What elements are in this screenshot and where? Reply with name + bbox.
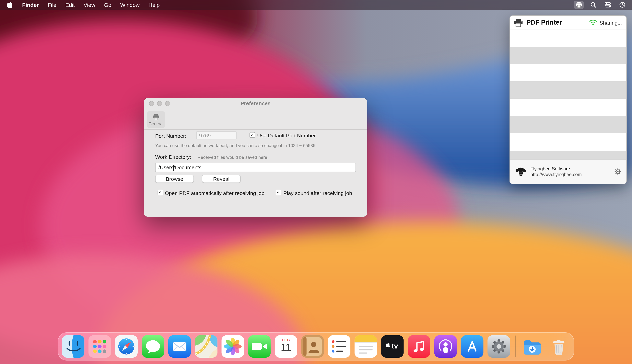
use-default-port-checkbox[interactable] (250, 132, 255, 138)
messages-icon (142, 335, 164, 358)
dock-item-apple-tv[interactable]: tv (381, 335, 404, 358)
gear-icon (614, 168, 621, 175)
menu-finder[interactable]: Finder (18, 0, 43, 10)
sharing-status-label: Sharing... (599, 20, 622, 26)
dock-item-finder[interactable] (62, 335, 85, 358)
dock-item-maps[interactable] (195, 335, 218, 358)
mail-icon (168, 335, 191, 358)
company-name: Flyingbee Software (530, 166, 582, 172)
menu-edit[interactable]: Edit (61, 0, 79, 10)
dock-item-downloads[interactable] (521, 335, 543, 358)
reminders-icon (328, 335, 350, 358)
maps-icon (195, 335, 218, 358)
reveal-button[interactable]: Reveal (202, 175, 241, 183)
preferences-window: Preferences General Port Number: Use Def… (144, 98, 367, 217)
calendar-month-label: FEB (275, 335, 297, 342)
tab-general[interactable]: General (147, 111, 165, 128)
photos-icon (221, 335, 244, 358)
contacts-icon (301, 335, 324, 358)
pdf-printer-popover: PDF Printer Sharing... (509, 15, 627, 184)
menu-view[interactable]: View (79, 0, 100, 10)
printer-icon (513, 18, 523, 27)
menu-go[interactable]: Go (100, 0, 116, 10)
dock-item-mail[interactable] (168, 335, 191, 358)
control-center-menu-extra[interactable] (603, 1, 612, 9)
text-caret (173, 165, 174, 171)
popover-header: PDF Printer Sharing... (510, 16, 626, 30)
dock-item-safari[interactable] (115, 335, 138, 358)
work-directory-label: Work Directory: (155, 154, 191, 160)
downloads-folder-icon (521, 335, 543, 358)
notes-icon (355, 335, 377, 358)
settings-gear-button[interactable] (614, 168, 621, 175)
dock: FEB 11 (58, 332, 574, 360)
spotlight-menu-extra[interactable] (588, 1, 598, 9)
apple-icon (7, 2, 13, 8)
dock-item-system-preferences[interactable] (487, 335, 510, 358)
clock-menu-extra[interactable] (617, 1, 627, 9)
work-directory-input[interactable]: /Users/Documents (155, 163, 356, 172)
browse-button[interactable]: Browse (155, 175, 194, 183)
safari-icon (115, 335, 138, 358)
menu-help[interactable]: Help (144, 0, 164, 10)
preferences-content: Port Number: Use Default Port Number You… (144, 130, 367, 216)
calendar-day-label: 11 (275, 342, 297, 352)
music-icon (408, 335, 430, 358)
dock-item-photos[interactable] (221, 335, 244, 358)
printer-status-icon (575, 2, 582, 8)
dock-item-trash[interactable] (548, 335, 570, 358)
desktop: Finder File Edit View Go Window Help (0, 0, 632, 364)
clock-icon (619, 2, 625, 8)
trash-icon (548, 335, 570, 358)
dock-item-launchpad[interactable] (89, 335, 111, 358)
popover-title: PDF Printer (526, 19, 562, 26)
window-title: Preferences (144, 98, 367, 109)
use-default-port-label: Use Default Port Number (257, 132, 316, 138)
window-titlebar: Preferences (144, 98, 367, 109)
dock-item-podcasts[interactable] (434, 335, 457, 358)
work-directory-value: /Users/Documents (159, 164, 202, 170)
port-number-label: Port Number: (155, 133, 186, 139)
facetime-icon (248, 335, 271, 358)
open-pdf-label: Open PDF automatically after receiving j… (165, 190, 265, 196)
system-preferences-icon (487, 335, 510, 358)
general-tab-label: General (149, 121, 164, 126)
play-sound-checkbox[interactable] (276, 190, 281, 195)
dock-item-app-store[interactable] (461, 335, 483, 358)
control-center-icon (605, 2, 611, 8)
window-toolbar: General (144, 109, 367, 130)
open-pdf-checkbox[interactable] (158, 190, 163, 195)
print-job-list[interactable] (510, 30, 626, 159)
apple-menu[interactable] (0, 0, 18, 10)
dock-item-contacts[interactable] (301, 335, 324, 358)
menu-window[interactable]: Window (116, 0, 144, 10)
popover-footer: Flyingbee Software http://www.flyingbee.… (510, 159, 626, 184)
dock-item-notes[interactable] (355, 335, 377, 358)
menu-bar: Finder File Edit View Go Window Help (0, 0, 632, 10)
dock-item-music[interactable] (408, 335, 430, 358)
menu-file[interactable]: File (43, 0, 61, 10)
general-tab-icon (152, 114, 160, 120)
app-store-icon (461, 335, 483, 358)
port-help-text: You can use the default network port, an… (155, 143, 317, 148)
dock-separator (515, 336, 516, 357)
tv-logo-label: tv (391, 342, 398, 350)
sharing-wifi-icon (589, 18, 597, 27)
company-url[interactable]: http://www.flyingbee.com (530, 172, 582, 177)
flyingbee-logo-icon (515, 166, 527, 177)
port-number-field[interactable] (196, 131, 237, 139)
search-icon (590, 2, 596, 8)
podcasts-icon (434, 335, 457, 358)
play-sound-label: Play sound after receiving job (283, 190, 352, 196)
dock-item-messages[interactable] (142, 335, 164, 358)
dock-item-facetime[interactable] (248, 335, 271, 358)
work-directory-hint: Received files would be saved here. (197, 155, 268, 160)
finder-icon (62, 335, 85, 358)
pdf-printer-menu-extra[interactable] (574, 1, 584, 9)
dock-item-calendar[interactable]: FEB 11 (275, 335, 297, 358)
dock-item-reminders[interactable] (328, 335, 350, 358)
launchpad-icon (89, 335, 111, 358)
